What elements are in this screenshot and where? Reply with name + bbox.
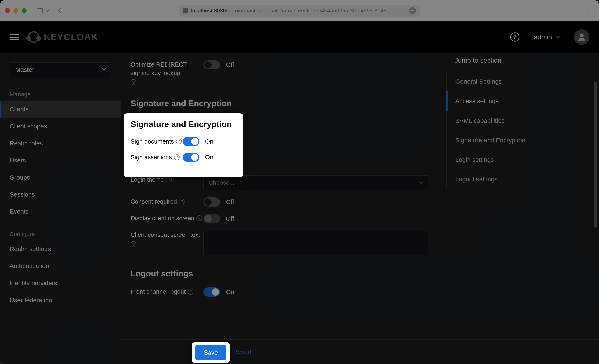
sidebar: Master Manage Clients Client scopes Real… [0, 53, 121, 364]
front-channel-logout-toggle[interactable] [203, 287, 220, 297]
close-window-button[interactable] [5, 8, 10, 13]
login-theme-select[interactable]: Choose... [203, 175, 428, 190]
sidebar-section-manage: Manage [0, 87, 121, 101]
help-icon[interactable]: ? [131, 79, 136, 85]
form-row-optimize-redirect: Optimize REDIRECT signing key lookup ? O… [131, 57, 428, 89]
toggle-state: Off [226, 61, 234, 68]
sidebar-section-configure: Configure [0, 226, 121, 240]
toggle-state: On [226, 288, 234, 296]
form-row-front-channel-logout: Front channel logout ? On [131, 284, 428, 300]
logo-mark-icon [28, 31, 40, 43]
revert-button[interactable]: Revert [233, 348, 251, 355]
sidebar-item-groups[interactable]: Groups [0, 169, 121, 186]
highlight-save: Save [192, 342, 230, 363]
realm-selector-value: Master [15, 66, 34, 73]
highlight-signature-encryption: Signature and Encryption Sign documents?… [123, 113, 243, 177]
consent-required-toggle[interactable] [203, 197, 220, 206]
browser-titlebar: localhost:8080/admin/master/console/#/ma… [0, 0, 599, 21]
sidebar-item-realm-settings[interactable]: Realm settings [0, 240, 121, 257]
minimize-window-button[interactable] [13, 8, 18, 13]
url-overflow-icon[interactable]: ••• [409, 7, 416, 14]
chevron-down-icon[interactable] [45, 8, 50, 12]
sidebar-item-sessions[interactable]: Sessions [0, 186, 121, 203]
jump-item-access[interactable]: Access settings [446, 91, 550, 111]
help-icon[interactable]: ? [174, 154, 180, 160]
sidebar-item-clients[interactable]: Clients [0, 101, 121, 118]
svg-point-0 [580, 34, 584, 37]
menu-icon[interactable] [9, 34, 19, 40]
help-icon[interactable]: ? [188, 289, 194, 294]
url-host: localhost:8080 [191, 8, 226, 14]
realm-selector[interactable]: Master [9, 62, 111, 77]
client-consent-textarea[interactable] [203, 231, 428, 255]
consent-required-label: Consent required ? [131, 197, 203, 206]
client-consent-text-label: Client consent screen text ? [131, 231, 203, 247]
address-bar[interactable]: localhost:8080/admin/master/console/#/ma… [179, 5, 420, 17]
sign-assertions-toggle[interactable] [183, 153, 199, 162]
chevron-down-icon [102, 67, 106, 71]
toggle-state: Off [226, 198, 234, 205]
jump-to-section-nav: Jump to section General Settings Access … [446, 57, 550, 189]
optimize-redirect-toggle[interactable] [203, 60, 220, 70]
form-row-client-consent-text: Client consent screen text ? [131, 227, 428, 259]
sidebar-item-realm-roles[interactable]: Realm roles [0, 135, 121, 152]
sidebar-toggle-icon[interactable] [37, 8, 43, 13]
jump-item-login[interactable]: Login settings [446, 150, 550, 169]
form-row-consent-required: Consent required ? Off [131, 194, 428, 210]
keycloak-logo: KEYCLOAK [28, 31, 98, 44]
sidebar-item-users[interactable]: Users [0, 152, 121, 169]
sidebar-item-user-federation[interactable]: User federation [0, 292, 121, 309]
jump-item-signature[interactable]: Signature and Encryption [446, 130, 550, 150]
main-content: Optimize REDIRECT signing key lookup ? O… [121, 53, 599, 364]
form-row-display-client: Display client on screen ? Off [131, 210, 428, 227]
chevron-down-icon [556, 34, 560, 38]
help-icon[interactable]: ? [510, 32, 519, 42]
help-icon[interactable]: ? [131, 241, 136, 247]
help-icon[interactable]: ? [166, 177, 172, 182]
user-dropdown[interactable]: admin [534, 33, 559, 41]
sidebar-item-authentication[interactable]: Authentication [0, 257, 121, 275]
maximize-window-button[interactable] [22, 8, 27, 13]
sign-documents-toggle[interactable] [183, 137, 199, 146]
help-icon[interactable]: ? [179, 199, 185, 204]
display-client-toggle[interactable] [203, 214, 220, 223]
help-icon[interactable]: ? [176, 139, 182, 144]
toggle-state: Off [226, 215, 234, 222]
logout-settings-heading: Logout settings [131, 269, 428, 278]
url-path: /admin/master/console/#/master/clients/4… [226, 8, 387, 14]
username-label: admin [534, 33, 552, 41]
logo-text: KEYCLOAK [44, 32, 98, 42]
avatar[interactable] [574, 29, 590, 45]
sidebar-item-events[interactable]: Events [0, 203, 121, 220]
display-client-label: Display client on screen ? [131, 214, 203, 222]
back-icon[interactable] [58, 8, 63, 13]
select-placeholder: Choose... [209, 179, 234, 186]
jump-item-saml[interactable]: SAML capabilities [446, 111, 550, 130]
front-channel-logout-label: Front channel logout ? [131, 287, 203, 296]
jump-item-logout[interactable]: Logout settings [446, 169, 550, 189]
save-button[interactable]: Save [195, 346, 227, 360]
app-topbar: KEYCLOAK ? admin [0, 21, 599, 53]
jump-item-general[interactable]: General Settings [446, 72, 550, 91]
optimize-redirect-label: Optimize REDIRECT signing key lookup ? [131, 60, 203, 85]
chevron-down-icon [419, 179, 423, 184]
new-tab-button[interactable]: ＋ [584, 6, 591, 15]
sidebar-item-identity-providers[interactable]: Identity providers [0, 275, 121, 292]
site-info-icon[interactable] [183, 8, 188, 13]
scrollbar[interactable] [594, 53, 598, 339]
sidebar-item-client-scopes[interactable]: Client scopes [0, 118, 121, 135]
jump-title: Jump to section [446, 57, 550, 64]
signature-encryption-heading: Signature and Encryption [131, 99, 428, 108]
scrollbar-thumb[interactable] [594, 82, 597, 228]
help-icon[interactable]: ? [196, 215, 202, 221]
